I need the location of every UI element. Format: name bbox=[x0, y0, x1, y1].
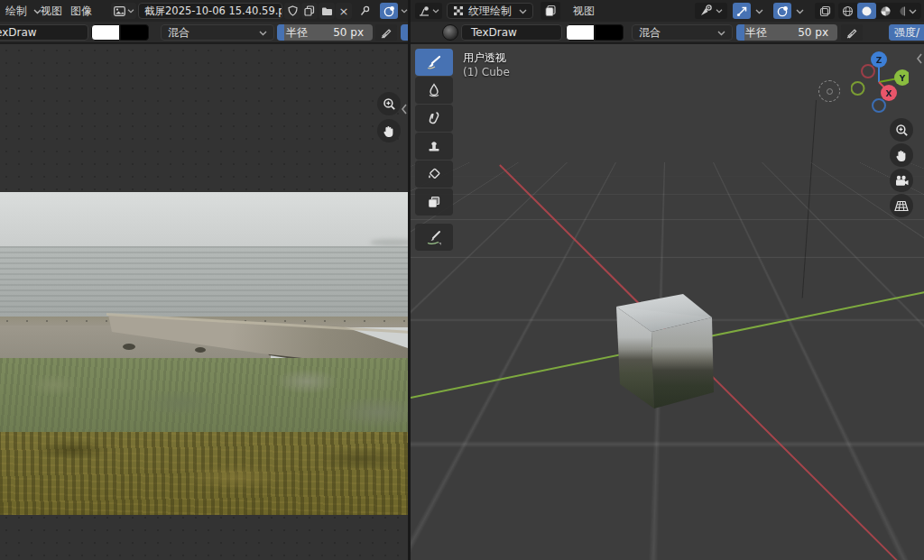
svg-text:Y: Y bbox=[899, 74, 906, 83]
smear-icon[interactable] bbox=[415, 105, 453, 132]
texture-slot-icon[interactable] bbox=[541, 2, 560, 20]
pressure-icon[interactable] bbox=[375, 24, 397, 41]
shield-icon[interactable] bbox=[284, 3, 300, 19]
secondary-color-swatch[interactable] bbox=[595, 24, 624, 41]
strength-slider-partial[interactable]: 强度/ bbox=[889, 24, 924, 41]
menu-view[interactable]: 视图 bbox=[569, 4, 598, 18]
shading-solid-icon[interactable] bbox=[857, 3, 876, 19]
brush-name-field[interactable]: exDraw bbox=[0, 24, 88, 41]
radius-label: 半径 bbox=[745, 25, 767, 41]
radius-value: 50 px bbox=[333, 26, 364, 39]
image-editor-tool-settings: exDraw 混合 半径 50 px bbox=[0, 22, 408, 43]
duplicate-image-icon[interactable] bbox=[301, 3, 318, 19]
image-name: 截屏2025-10-06 15.40.59.png bbox=[144, 5, 282, 18]
overlays-toggle-icon[interactable] bbox=[773, 3, 791, 19]
pan-hand-icon[interactable] bbox=[377, 119, 401, 142]
primary-color-swatch[interactable] bbox=[91, 24, 120, 41]
sidebar-collapse-chevron[interactable] bbox=[401, 104, 408, 115]
photo-sky bbox=[0, 192, 408, 248]
viewport-toolbar bbox=[415, 49, 453, 251]
texture-paint-mode-icon bbox=[453, 5, 464, 16]
primary-color-swatch[interactable] bbox=[566, 24, 595, 41]
blend-mode-label: 混合 bbox=[168, 25, 189, 41]
secondary-color-swatch[interactable] bbox=[120, 24, 149, 41]
shading-wireframe-icon[interactable] bbox=[838, 3, 857, 19]
photo-pebble bbox=[123, 344, 135, 350]
zoom-icon[interactable] bbox=[377, 92, 401, 115]
radius-label: 半径 bbox=[286, 25, 308, 41]
snap-icon[interactable] bbox=[695, 3, 727, 19]
chevron-down-icon bbox=[401, 8, 408, 14]
pressure-icon[interactable] bbox=[841, 24, 863, 41]
brush-name-field[interactable]: TexDraw bbox=[461, 24, 562, 41]
mask-icon[interactable] bbox=[415, 188, 453, 216]
viewport-3d[interactable]: 用户透视 (1) Cube Z Y X bbox=[411, 44, 924, 560]
folder-open-icon[interactable] bbox=[319, 3, 335, 19]
image-editor-canvas[interactable] bbox=[0, 44, 408, 560]
chevron-down-icon bbox=[519, 8, 527, 14]
xray-toggle-icon[interactable] bbox=[815, 3, 835, 19]
photo-pebble bbox=[195, 347, 206, 353]
radius-slider[interactable]: 半径 50 px bbox=[736, 24, 837, 41]
chevron-down-icon bbox=[717, 30, 725, 36]
viewport-editor-icon[interactable] bbox=[415, 3, 442, 19]
draw-brush-icon[interactable] bbox=[415, 49, 453, 76]
unlink-icon[interactable]: × bbox=[336, 3, 352, 19]
photo-sea bbox=[0, 246, 408, 320]
active-object-label: (1) Cube bbox=[463, 66, 510, 78]
viewport-tool-settings: TexDraw 混合 半径 50 px 强度/ bbox=[411, 22, 924, 43]
svg-text:X: X bbox=[886, 89, 892, 98]
close-glyph: × bbox=[339, 5, 349, 18]
chevron-down-icon bbox=[432, 8, 439, 14]
textured-cube[interactable] bbox=[611, 286, 728, 417]
blend-mode-dropdown[interactable]: 混合 bbox=[161, 24, 274, 41]
orthographic-icon[interactable] bbox=[890, 194, 913, 217]
photo-foreground-weed bbox=[0, 432, 408, 515]
chevron-down-icon[interactable] bbox=[792, 3, 807, 19]
viewport-header: 纹理绘制 视图 bbox=[411, 0, 924, 22]
mode-dropdown[interactable]: 纹理绘制 bbox=[447, 3, 533, 19]
chevron-down-icon[interactable] bbox=[905, 3, 919, 19]
menu-view[interactable]: 视图 bbox=[37, 4, 66, 18]
strength-slider-partial[interactable] bbox=[401, 24, 408, 41]
zoom-icon[interactable] bbox=[890, 118, 913, 142]
menu-image[interactable]: 图像 bbox=[67, 4, 96, 18]
annotate-icon[interactable] bbox=[415, 224, 453, 251]
blender-window: 绘制 视图 图像 截屏2025-10-06 15.40.59.png × bbox=[0, 0, 924, 560]
mode-label: 绘制 bbox=[5, 5, 27, 17]
brush-name: exDraw bbox=[0, 26, 37, 39]
chevron-down-icon bbox=[716, 8, 723, 14]
axis-neg-x-ball[interactable] bbox=[862, 65, 874, 78]
blend-mode-label: 混合 bbox=[639, 25, 661, 41]
soften-icon[interactable] bbox=[415, 77, 453, 104]
photo-headland bbox=[370, 239, 408, 246]
shading-material-icon[interactable] bbox=[876, 3, 895, 19]
axis-orbit-gizmo[interactable]: Z Y X bbox=[851, 50, 909, 122]
pan-hand-icon[interactable] bbox=[890, 143, 913, 167]
image-name-field[interactable]: 截屏2025-10-06 15.40.59.png bbox=[138, 3, 282, 19]
brush-name: TexDraw bbox=[471, 26, 517, 39]
chevron-down-icon[interactable] bbox=[752, 3, 766, 19]
chevron-down-icon bbox=[259, 30, 267, 36]
mode-label: 纹理绘制 bbox=[468, 4, 512, 19]
strength-label: 强度/ bbox=[894, 25, 919, 41]
axis-neg-y-ball[interactable] bbox=[852, 82, 864, 95]
gizmo-toggle-icon[interactable] bbox=[733, 3, 751, 19]
radius-value: 50 px bbox=[798, 26, 828, 39]
falloff-overlay-icon[interactable] bbox=[380, 3, 398, 19]
light-object-icon[interactable] bbox=[818, 80, 840, 102]
fill-icon[interactable] bbox=[415, 161, 453, 188]
radius-slider[interactable]: 半径 50 px bbox=[277, 24, 373, 41]
blend-mode-dropdown[interactable]: 混合 bbox=[632, 24, 733, 41]
chevron-down-icon bbox=[127, 8, 134, 14]
svg-text:Z: Z bbox=[876, 56, 882, 65]
image-editor-header: 绘制 视图 图像 截屏2025-10-06 15.40.59.png × bbox=[0, 0, 408, 22]
axis-neg-z-ball[interactable] bbox=[873, 99, 885, 112]
clone-icon[interactable] bbox=[415, 133, 453, 160]
photo-seaweed-field bbox=[0, 358, 408, 437]
camera-view-icon[interactable] bbox=[890, 169, 913, 192]
sidebar-collapse-chevron[interactable] bbox=[916, 53, 923, 64]
brush-preview-icon[interactable] bbox=[442, 24, 458, 41]
pin-icon[interactable] bbox=[357, 3, 374, 19]
image-datablock-icon[interactable] bbox=[111, 3, 136, 19]
